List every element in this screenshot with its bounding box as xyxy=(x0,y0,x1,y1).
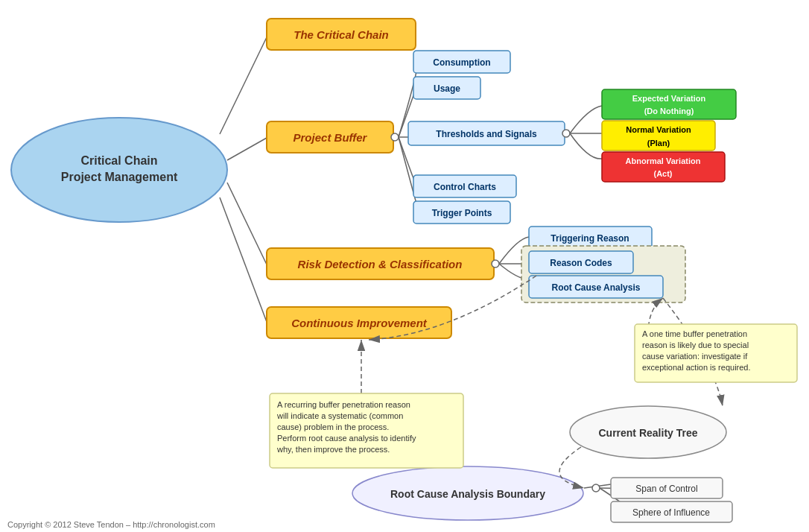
line-main-buffer xyxy=(227,138,267,160)
line-thresholds-expected xyxy=(570,106,602,133)
continuous-improvement-label: Continuous Improvement xyxy=(291,317,428,329)
thresholds-label: Thresholds and Signals xyxy=(436,129,537,139)
thresholds-connector xyxy=(562,130,570,137)
expected-variation-label1: Expected Variation xyxy=(632,94,706,103)
note-onetime-line3: cause variation: investigate if xyxy=(642,352,748,361)
note-recurring-line3: cause) problem in the process. xyxy=(277,422,389,431)
normal-variation-label1: Normal Variation xyxy=(626,125,691,134)
risk-detection-label: Risk Detection & Classification xyxy=(298,258,463,270)
note-recurring-line5: why, then improve the process. xyxy=(276,445,390,454)
main-node xyxy=(11,118,227,222)
note-onetime-line2: reason is likely due to special xyxy=(642,341,749,349)
root-cause-analysis-label: Root Cause Analysis xyxy=(552,282,641,293)
main-label-2: Project Management xyxy=(61,171,178,183)
critical-chain-label: The Critical Chain xyxy=(294,28,389,41)
consumption-label: Consumption xyxy=(433,57,490,68)
note-recurring-line2: will indicate a systematic (common xyxy=(276,411,403,420)
trigger-points-label: Trigger Points xyxy=(432,208,492,218)
expected-variation-label2: (Do Nothing) xyxy=(644,107,694,115)
line-thresholds-abnormal xyxy=(570,133,602,159)
note-onetime-line4: exceptional action is required. xyxy=(642,363,751,372)
buffer-connector xyxy=(391,133,399,141)
root-cause-boundary-label: Root Cause Analysis Boundary xyxy=(390,488,545,500)
span-of-control-label: Span of Control xyxy=(635,484,697,494)
boundary-connector xyxy=(592,484,600,492)
abnormal-variation-label2: (Act) xyxy=(653,169,672,178)
copyright-label: Copyright © 2012 Steve Tendon – http://c… xyxy=(7,520,215,529)
line-main-risk xyxy=(227,183,267,265)
triggering-reason-label: Triggering Reason xyxy=(551,233,629,244)
line-main-critical xyxy=(220,37,267,134)
sphere-of-influence-label: Sphere of Influence xyxy=(632,507,710,518)
note-onetime-line1: A one time buffer penetration xyxy=(642,329,747,338)
main-label-1: Critical Chain xyxy=(80,154,157,167)
current-reality-tree-label: Current Reality Tree xyxy=(598,427,697,439)
diagram: Critical Chain Project Management The Cr… xyxy=(0,0,809,532)
usage-label: Usage xyxy=(434,83,460,94)
note-recurring-line1: A recurring buffer penetration reason xyxy=(277,400,410,409)
project-buffer-label: Project Buffer xyxy=(294,131,368,144)
control-charts-label: Control Charts xyxy=(434,182,496,192)
normal-variation-label2: (Plan) xyxy=(647,139,670,148)
risk-connector xyxy=(492,260,499,267)
note-recurring-line4: Perform root cause analysis to identify xyxy=(277,434,416,443)
abnormal-variation-label1: Abnormal Variation xyxy=(626,156,701,165)
reason-codes-label: Reason Codes xyxy=(550,258,612,268)
